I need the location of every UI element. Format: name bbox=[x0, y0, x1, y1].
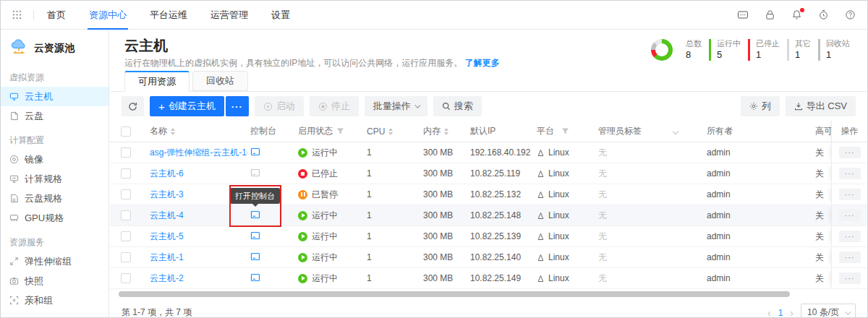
columns-button[interactable]: 列 bbox=[741, 96, 780, 116]
batch-actions-button[interactable]: 批量操作 bbox=[365, 96, 427, 116]
page-size-select[interactable]: 10 条/页 bbox=[801, 304, 856, 317]
create-more-button[interactable]: ··· bbox=[226, 96, 249, 116]
platform-cell: Linux bbox=[537, 147, 598, 158]
table-row: 云主机-3已暂停1300 MB10.82.25.132Linux无admin关·… bbox=[110, 184, 867, 205]
next-page-button[interactable]: › bbox=[790, 307, 793, 318]
sidebar-item-cloud-disk[interactable]: 云盘 bbox=[1, 106, 109, 126]
row-checkbox[interactable] bbox=[121, 147, 131, 158]
row-actions-button[interactable]: ··· bbox=[839, 147, 861, 158]
terminal-icon[interactable] bbox=[737, 9, 749, 21]
platform-text: Linux bbox=[548, 273, 569, 283]
stats-list: 总数8运行中5已停止1其它1回收站1 bbox=[680, 39, 857, 61]
status-running-icon bbox=[298, 148, 307, 158]
console-cell bbox=[247, 252, 298, 264]
sort-icon[interactable] bbox=[171, 128, 175, 135]
tab-recycle-bin[interactable]: 回收站 bbox=[192, 71, 248, 91]
prev-page-button[interactable]: ‹ bbox=[767, 307, 771, 318]
sidebar-item-disk-spec[interactable]: 云盘规格 bbox=[1, 189, 109, 208]
row-actions-button[interactable]: ··· bbox=[839, 252, 861, 263]
table-header-row: 名称控制台启用状态CPU内存默认IP平台管理员标签所有者高可操作 bbox=[110, 121, 867, 142]
sort-icon[interactable] bbox=[388, 128, 393, 135]
resource-pool-label: 云资源池 bbox=[34, 42, 75, 55]
row-actions-button[interactable]: ··· bbox=[839, 189, 861, 200]
lock-icon[interactable] bbox=[765, 9, 775, 20]
console-cell bbox=[247, 231, 298, 243]
chevron-down-icon[interactable] bbox=[673, 128, 678, 134]
sort-icon[interactable] bbox=[444, 128, 448, 135]
status-cell: 已停止 bbox=[298, 168, 367, 180]
main-content: 云主机 运行在物理机上的虚拟机实例，具有独立的IP地址，可以访问公共网络，运行应… bbox=[110, 30, 867, 317]
row-checkbox[interactable] bbox=[121, 252, 131, 262]
sidebar-item-compute-spec[interactable]: 计算规格 bbox=[1, 169, 109, 189]
search-button[interactable]: 搜索 bbox=[433, 96, 482, 116]
horizontal-scrollbar[interactable] bbox=[119, 291, 790, 297]
open-console-icon[interactable] bbox=[250, 231, 260, 241]
open-console-icon[interactable] bbox=[250, 210, 260, 220]
bell-icon[interactable] bbox=[791, 9, 802, 20]
sidebar-item-affinity-group[interactable]: 亲和组 bbox=[1, 291, 109, 310]
stat-label: 其它 bbox=[795, 39, 811, 48]
sidebar: 云资源池 虚拟资源云主机云盘计算配置镜像计算规格云盘规格GPU规格资源服务弹性伸… bbox=[1, 30, 109, 317]
nav-resource-center[interactable]: 资源中心 bbox=[88, 1, 128, 30]
export-csv-button[interactable]: 导出 CSV bbox=[786, 96, 856, 116]
row-actions-button[interactable]: ··· bbox=[839, 231, 861, 242]
host-name-link[interactable]: 云主机-2 bbox=[150, 273, 184, 283]
sidebar-item-snapshot[interactable]: 快照 bbox=[1, 271, 109, 291]
spec-icon bbox=[9, 174, 19, 184]
status-text: 已暂停 bbox=[312, 189, 338, 201]
apps-grid-icon[interactable] bbox=[12, 10, 22, 20]
admin-tags-value: 无 bbox=[598, 147, 607, 159]
host-name-link[interactable]: 云主机-5 bbox=[150, 231, 184, 241]
row-actions-button[interactable]: ··· bbox=[839, 168, 861, 179]
row-checkbox[interactable] bbox=[121, 168, 131, 179]
resource-pool-selector[interactable]: 云资源池 bbox=[1, 30, 109, 63]
row-actions-button[interactable]: ··· bbox=[839, 210, 861, 221]
filter-icon[interactable] bbox=[336, 127, 344, 135]
open-console-icon[interactable] bbox=[250, 252, 260, 262]
open-console-icon[interactable] bbox=[250, 147, 260, 157]
stat-value: 1 bbox=[826, 50, 850, 61]
host-name-link[interactable]: 云主机-3 bbox=[150, 189, 184, 199]
select-all-checkbox[interactable] bbox=[121, 126, 131, 137]
open-console-icon[interactable] bbox=[250, 168, 260, 178]
row-checkbox[interactable] bbox=[121, 210, 131, 220]
filter-icon[interactable] bbox=[561, 127, 569, 135]
column-header-4: CPU bbox=[367, 126, 423, 137]
learn-more-link[interactable]: 了解更多 bbox=[465, 58, 500, 68]
sidebar-item-cloud-host[interactable]: 云主机 bbox=[1, 87, 109, 106]
create-host-button[interactable]: + 创建云主机 bbox=[150, 96, 224, 116]
sidebar-item-gpu-spec[interactable]: GPU规格 bbox=[1, 208, 109, 228]
help-icon[interactable] bbox=[845, 9, 856, 20]
nav-platform-ops[interactable]: 平台运维 bbox=[148, 1, 189, 30]
column-header-label: 内存 bbox=[423, 126, 441, 136]
nav-settings[interactable]: 设置 bbox=[270, 1, 292, 30]
current-page-button[interactable]: 1 bbox=[778, 308, 783, 318]
nav-operations[interactable]: 运营管理 bbox=[209, 1, 250, 30]
row-checkbox[interactable] bbox=[121, 231, 131, 241]
row-checkbox[interactable] bbox=[121, 273, 131, 283]
host-name-link[interactable]: asg-弹性伸缩组-云主机-1e2fc bbox=[150, 147, 247, 158]
tab-available-resources[interactable]: 可用资源 bbox=[124, 71, 190, 92]
chevron-down-icon bbox=[845, 309, 851, 314]
status-text: 已停止 bbox=[312, 168, 338, 180]
host-icon bbox=[9, 92, 19, 101]
host-name-link[interactable]: 云主机-1 bbox=[150, 252, 184, 262]
topnav-items: 首页资源中心平台运维运营管理设置 bbox=[46, 1, 312, 30]
stop-circle-icon bbox=[318, 102, 328, 111]
stat-value: 1 bbox=[795, 50, 811, 61]
refresh-button[interactable] bbox=[122, 96, 144, 116]
row-actions-button[interactable]: ··· bbox=[839, 272, 861, 284]
host-name-link[interactable]: 云主机-6 bbox=[150, 168, 184, 179]
gear-icon[interactable] bbox=[818, 9, 829, 20]
host-name-link[interactable]: 云主机-4 bbox=[150, 210, 184, 220]
stop-button[interactable]: 停止 bbox=[310, 96, 359, 116]
platform-text: Linux bbox=[548, 210, 569, 220]
nav-home[interactable]: 首页 bbox=[46, 1, 67, 30]
start-button[interactable]: 启动 bbox=[255, 96, 304, 116]
owner-cell: admin bbox=[707, 252, 815, 262]
row-checkbox-cell bbox=[121, 168, 150, 179]
open-console-icon[interactable] bbox=[250, 272, 260, 283]
sidebar-item-image[interactable]: 镜像 bbox=[1, 150, 109, 169]
sidebar-item-auto-scaling-group[interactable]: 弹性伸缩组 bbox=[1, 252, 109, 271]
row-checkbox[interactable] bbox=[121, 189, 131, 199]
